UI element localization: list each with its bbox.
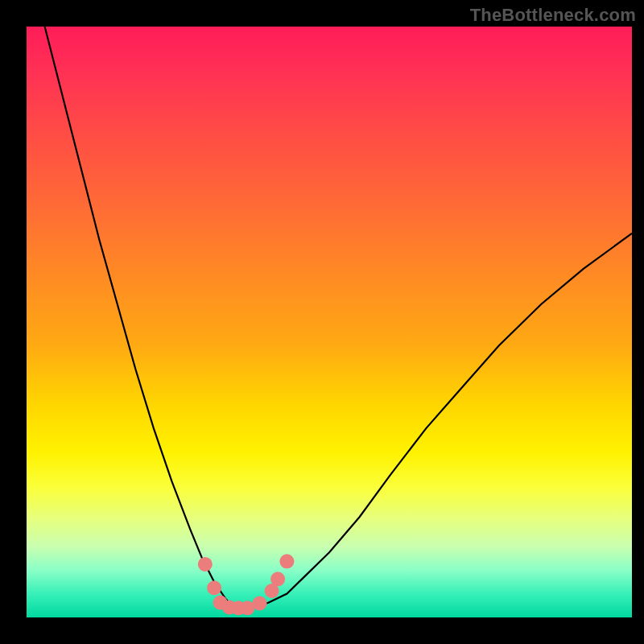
plot-area: [27, 27, 632, 617]
chart-svg: [27, 27, 632, 617]
curve-markers: [198, 554, 295, 615]
bottleneck-curve: [45, 27, 632, 609]
curve-marker: [253, 596, 267, 610]
chart-frame: TheBottleneck.com: [0, 0, 644, 644]
curve-marker: [270, 572, 285, 586]
curve-marker: [279, 554, 294, 568]
curve-marker: [207, 580, 221, 595]
curve-marker: [198, 557, 213, 572]
watermark-text: TheBottleneck.com: [470, 5, 636, 26]
